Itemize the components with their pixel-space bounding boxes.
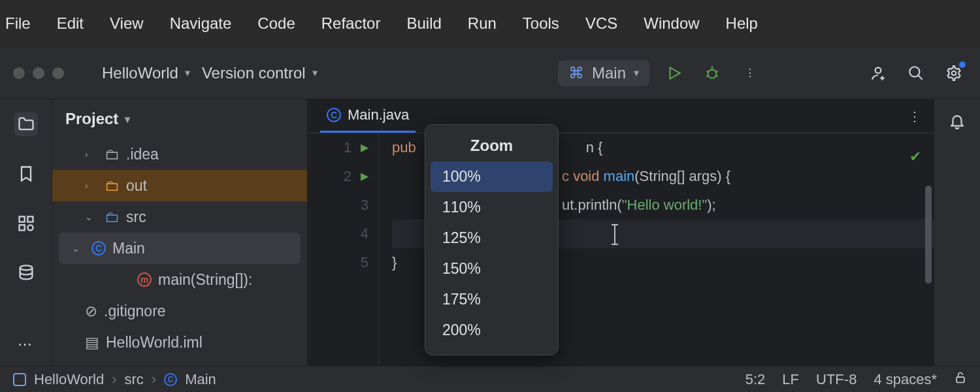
collapse-arrow-icon[interactable]: ⌄: [85, 212, 98, 222]
code-token: );: [707, 197, 715, 213]
more-actions-button[interactable]: ⋮: [737, 60, 763, 86]
tab-main-java[interactable]: C Main.java: [320, 99, 416, 133]
expand-arrow-icon[interactable]: ›: [85, 180, 98, 191]
vertical-scrollbar[interactable]: [925, 186, 932, 284]
tree-label: .gitignore: [104, 302, 166, 320]
code-token: (String[] args) {: [634, 168, 730, 184]
chevron-right-icon: ›: [152, 371, 156, 388]
main-toolbar: HelloWorld ▾ Version control ▾ ⌘ Main ▾ …: [0, 47, 980, 99]
project-selector[interactable]: HelloWorld ▾: [102, 64, 190, 82]
readonly-lock-icon[interactable]: [954, 371, 967, 388]
tree-item-main-method[interactable]: m main(String[]):: [52, 264, 307, 295]
caret-position[interactable]: 5:2: [745, 371, 766, 388]
bookmarks-tool-button[interactable]: [14, 162, 38, 186]
crumb-module[interactable]: HelloWorld: [34, 371, 104, 388]
tree-label: main(String[]):: [158, 271, 252, 289]
project-panel-header[interactable]: Project ▾: [52, 99, 307, 139]
close-dot[interactable]: [13, 67, 25, 79]
svg-rect-13: [19, 217, 24, 222]
zoom-option-125[interactable]: 125%: [431, 223, 553, 253]
svg-point-16: [27, 225, 33, 230]
tree-label: src: [126, 208, 146, 226]
menu-refactor[interactable]: Refactor: [321, 14, 381, 33]
zoom-popup-title: Zoom: [431, 133, 553, 161]
chevron-down-icon: ▾: [312, 67, 318, 79]
zoom-option-150[interactable]: 150%: [431, 253, 553, 284]
gutter-line-3[interactable]: 3: [307, 191, 368, 220]
file-encoding[interactable]: UTF-8: [816, 371, 857, 388]
menu-view[interactable]: View: [110, 14, 144, 33]
tree-label: out: [126, 177, 147, 195]
svg-marker-0: [670, 67, 680, 78]
structure-tool-button[interactable]: [14, 212, 38, 235]
zoom-popup: Zoom 100% 110% 125% 150% 175% 200%: [425, 124, 559, 355]
gutter: 1▶ 2▶ 3 4 5: [307, 133, 379, 366]
tree-item-gitignore[interactable]: ⊘ .gitignore: [52, 295, 307, 327]
tree-item-main-class[interactable]: ⌄ C Main: [59, 233, 301, 264]
vcs-selector[interactable]: Version control ▾: [202, 64, 318, 82]
line-separator[interactable]: LF: [782, 371, 799, 388]
code-token: }: [392, 254, 397, 270]
window-controls[interactable]: [13, 67, 64, 79]
menu-run[interactable]: Run: [468, 14, 497, 33]
zoom-option-175[interactable]: 175%: [431, 284, 553, 315]
indent-settings[interactable]: 4 spaces*: [874, 371, 937, 388]
menu-navigate[interactable]: Navigate: [170, 14, 232, 33]
crumb-src[interactable]: src: [125, 371, 144, 388]
tree-item-iml[interactable]: ▤ HelloWorld.iml: [52, 327, 307, 358]
terminal-icon: ⌘: [568, 64, 584, 82]
menu-help[interactable]: Help: [726, 14, 758, 33]
project-tool-button[interactable]: [14, 112, 38, 136]
max-dot[interactable]: [52, 67, 64, 79]
min-dot[interactable]: [33, 67, 44, 79]
run-gutter-icon[interactable]: ▶: [361, 133, 368, 162]
tab-label: Main.java: [348, 106, 409, 123]
gutter-line-5[interactable]: 5: [307, 248, 368, 277]
zoom-option-100[interactable]: 100%: [431, 161, 553, 192]
svg-point-10: [909, 67, 919, 76]
gutter-line-4[interactable]: 4: [307, 220, 368, 248]
class-icon: C: [91, 241, 106, 255]
expand-arrow-icon[interactable]: ›: [85, 149, 98, 159]
project-panel-title: Project: [65, 110, 118, 128]
svg-line-11: [918, 75, 923, 80]
zoom-option-110[interactable]: 110%: [431, 192, 553, 223]
menu-window[interactable]: Window: [644, 14, 699, 33]
gutter-line-1[interactable]: 1▶: [307, 133, 368, 162]
menu-build[interactable]: Build: [406, 14, 441, 33]
breadcrumb[interactable]: HelloWorld › src › C Main: [13, 371, 216, 388]
code-with-me-button[interactable]: [865, 60, 891, 86]
file-icon: ▤: [85, 334, 99, 351]
menu-file[interactable]: File: [5, 14, 31, 33]
run-gutter-icon[interactable]: ▶: [361, 162, 368, 191]
code-token: "Hello world!": [622, 197, 708, 213]
svg-rect-18: [956, 377, 964, 382]
database-tool-button[interactable]: [14, 261, 38, 285]
inspection-ok-icon[interactable]: ✔: [909, 142, 921, 171]
tree-item-idea[interactable]: › 🗀 .idea: [52, 139, 307, 170]
run-config-selector[interactable]: ⌘ Main ▾: [558, 60, 649, 86]
collapse-arrow-icon[interactable]: ⌄: [72, 243, 85, 253]
menu-tools[interactable]: Tools: [523, 14, 559, 33]
menu-vcs[interactable]: VCS: [585, 14, 617, 33]
notifications-button[interactable]: [949, 112, 966, 132]
text-caret: [614, 225, 615, 244]
more-tools-button[interactable]: ⋯: [18, 336, 34, 353]
gutter-line-2[interactable]: 2▶: [307, 162, 368, 191]
menu-code[interactable]: Code: [257, 14, 295, 33]
tree-label: Main: [112, 240, 145, 257]
run-button[interactable]: [661, 60, 687, 86]
zoom-option-200[interactable]: 200%: [431, 315, 553, 346]
run-config-name: Main: [592, 64, 626, 82]
tree-item-src[interactable]: ⌄ 🗀 src: [52, 201, 307, 233]
debug-button[interactable]: [699, 60, 725, 86]
editor-tab-actions[interactable]: ⋮: [908, 108, 921, 124]
folder-icon: 🗀: [105, 208, 120, 226]
menu-edit[interactable]: Edit: [57, 14, 84, 33]
search-button[interactable]: [903, 60, 929, 86]
folder-icon: 🗀: [105, 146, 120, 163]
crumb-class[interactable]: Main: [185, 371, 216, 388]
tree-item-out[interactable]: › 🗀 out: [52, 170, 307, 201]
status-bar: HelloWorld › src › C Main 5:2 LF UTF-8 4…: [0, 366, 980, 392]
settings-button[interactable]: [941, 60, 967, 86]
